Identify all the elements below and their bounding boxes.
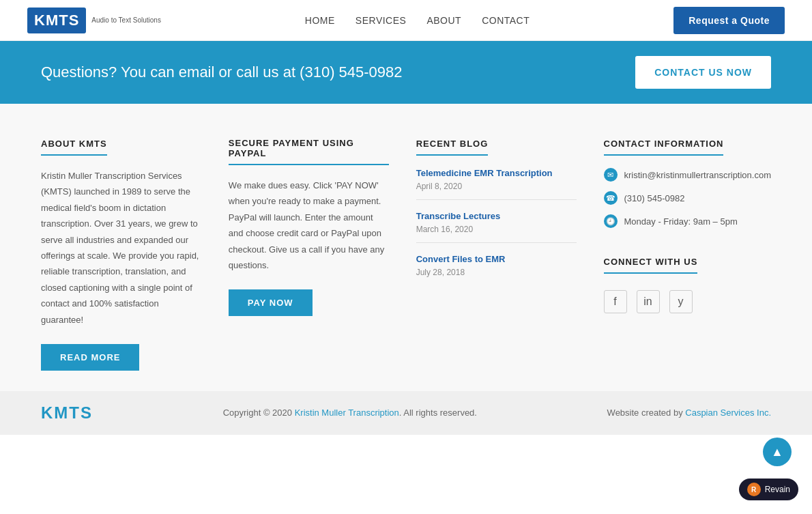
caspian-link[interactable]: Caspian Services Inc. (685, 408, 771, 418)
footer-bottom: KMTS Copyright © 2020 Kristin Muller Tra… (0, 391, 812, 435)
footer-caspian: Website created by Caspian Services Inc. (607, 408, 771, 418)
contact-phone-item: ☎ (310) 545-0982 (604, 191, 771, 205)
footer-blog: RECENT BLOG Telemedicine EMR Transcripti… (416, 138, 577, 371)
nav-links: HOME SERVICES ABOUT CONTACT (305, 15, 530, 26)
blog-date-2: March 16, 2020 (416, 225, 473, 234)
footer-payment: SECURE PAYMENT USING PAYPAL We make dues… (229, 138, 389, 371)
footer-main: ABOUT KMTS Kristin Muller Transcription … (0, 104, 812, 391)
linkedin-icon[interactable]: in (637, 290, 660, 313)
rights-text: . All rights reserved. (399, 408, 477, 418)
footer-about: ABOUT KMTS Kristin Muller Transcription … (41, 138, 201, 371)
facebook-icon[interactable]: f (604, 290, 627, 313)
contact-hours-item: 🕘 Monday - Friday: 9am – 5pm (604, 214, 771, 228)
email-icon: ✉ (604, 168, 618, 182)
blog-link-1[interactable]: Telemedicine EMR Transcription (416, 168, 577, 178)
pay-now-button[interactable]: PAY NOW (229, 289, 313, 316)
copyright-text: Copyright © 2020 (223, 408, 295, 418)
banner: Questions? You can email or call us at (… (0, 41, 812, 104)
footer-copyright: Copyright © 2020 Kristin Muller Transcri… (223, 408, 477, 418)
contact-hours: Monday - Friday: 9am – 5pm (624, 216, 738, 227)
contact-heading: CONTACT INFORMATION (604, 139, 724, 156)
about-heading: ABOUT KMTS (41, 139, 107, 156)
contact-email: kristin@kristinmullertranscription.com (624, 170, 771, 180)
request-quote-button[interactable]: Request a Quote (673, 7, 785, 34)
clock-icon: 🕘 (604, 214, 618, 228)
blog-link-3[interactable]: Convert Files to EMR (416, 254, 577, 264)
logo: KMTS (27, 8, 86, 33)
blog-item-3: Convert Files to EMR July 28, 2018 (416, 254, 577, 285)
social-icons: f in y (604, 290, 771, 313)
blog-date-3: July 28, 2018 (416, 268, 465, 277)
contact-phone: (310) 545-0982 (624, 193, 685, 203)
connect-heading: CONNECT WITH US (604, 257, 698, 274)
blog-link-2[interactable]: Transcribe Lectures (416, 211, 577, 221)
nav-services[interactable]: SERVICES (356, 15, 407, 26)
logo-tagline: Audio to Text Solutions (91, 16, 161, 25)
footer-contact: CONTACT INFORMATION ✉ kristin@kristinmul… (604, 138, 771, 371)
blog-item-1: Telemedicine EMR Transcription April 8, … (416, 168, 577, 200)
logo-wrap: KMTS Audio to Text Solutions (27, 8, 161, 33)
blog-heading: RECENT BLOG (416, 139, 489, 156)
blog-item-2: Transcribe Lectures March 16, 2020 (416, 211, 577, 243)
payment-heading: SECURE PAYMENT USING PAYPAL (229, 138, 389, 165)
nav-home[interactable]: HOME (305, 15, 335, 26)
contact-email-item: ✉ kristin@kristinmullertranscription.com (604, 168, 771, 182)
footer-logo: KMTS (41, 403, 93, 423)
contact-us-now-button[interactable]: CONTACT US NOW (635, 56, 771, 89)
nav-about[interactable]: ABOUT (426, 15, 461, 26)
navbar: KMTS Audio to Text Solutions HOME SERVIC… (0, 0, 812, 41)
nav-contact[interactable]: CONTACT (482, 15, 530, 26)
footer-grid: ABOUT KMTS Kristin Muller Transcription … (41, 138, 771, 371)
kmts-link[interactable]: Kristin Muller Transcription (295, 408, 399, 418)
blog-date-1: April 8, 2020 (416, 182, 462, 191)
phone-icon: ☎ (604, 191, 618, 205)
banner-text: Questions? You can email or call us at (… (41, 63, 403, 81)
caspian-prefix: Website created by (607, 408, 686, 418)
read-more-button[interactable]: READ MORE (41, 344, 139, 371)
payment-body: We make dues easy. Click 'PAY NOW' when … (229, 177, 389, 273)
yelp-icon[interactable]: y (669, 290, 693, 313)
about-body: Kristin Muller Transcription Services (K… (41, 168, 201, 328)
